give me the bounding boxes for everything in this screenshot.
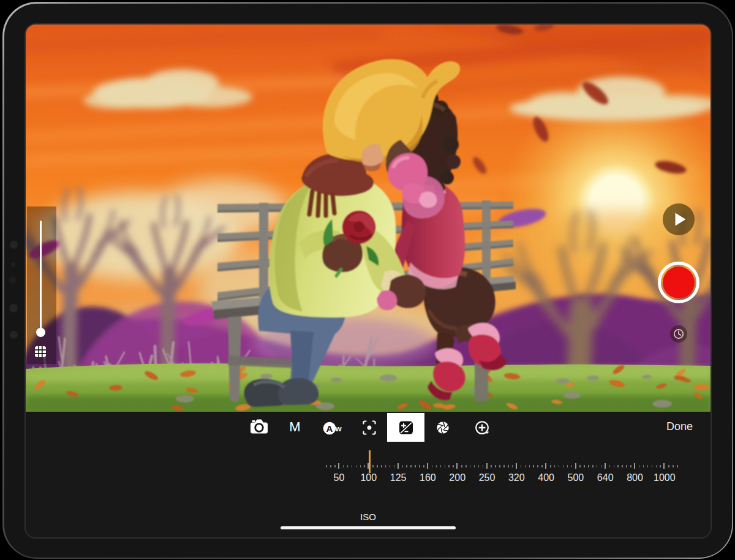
- svg-text:w: w: [334, 424, 342, 433]
- svg-text:A: A: [326, 423, 333, 434]
